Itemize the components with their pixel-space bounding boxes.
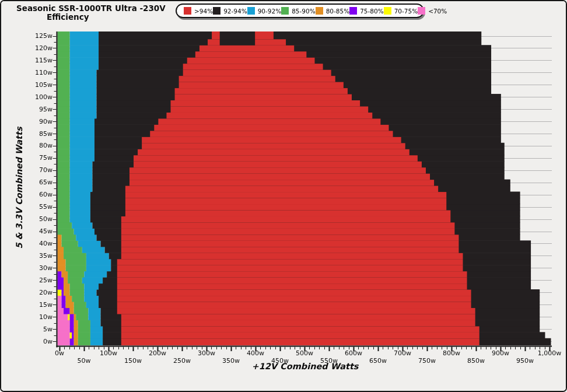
legend-label: 90-92%	[258, 8, 282, 15]
legend-label: 92-94%	[223, 8, 247, 15]
y-tick-label: 60w	[27, 191, 52, 198]
y-tick-label: 40w	[27, 240, 52, 247]
x-tick-label: 400w	[247, 349, 264, 357]
y-tick-label: 70w	[27, 166, 52, 174]
legend-swatch	[281, 7, 289, 15]
x-tick-label: 650w	[369, 357, 387, 365]
x-tick-label: 150w	[124, 357, 142, 365]
y-tick-label: 125w	[27, 32, 52, 40]
legend-label: 70-75%	[394, 8, 418, 15]
legend-item: >94%	[184, 7, 213, 15]
legend-item: 92-94%	[213, 7, 247, 15]
legend-swatch	[184, 7, 191, 15]
chart-title-line2: Efficiency	[16, 13, 166, 22]
legend-item: 75-80%	[349, 7, 384, 15]
y-tick-label: 95w	[27, 106, 52, 113]
x-tick-label: 50w	[78, 357, 91, 365]
x-tick-label: 750w	[418, 357, 436, 365]
x-tick-label: 600w	[345, 349, 362, 357]
y-tick-label: 25w	[27, 276, 52, 284]
x-tick-label: 100w	[100, 349, 117, 357]
legend-label: 75-80%	[360, 8, 384, 15]
x-tick-label: 700w	[394, 349, 411, 357]
y-tick-label: 85w	[27, 130, 52, 138]
legend-label: 80-85%	[326, 8, 350, 15]
x-tick-label: 250w	[173, 357, 191, 365]
legend-label: <70%	[428, 8, 447, 15]
x-tick-label: 850w	[467, 357, 485, 365]
y-axis-title: 5 & 3.3V Combined Watts	[15, 127, 24, 249]
legend-item: 80-85%	[316, 7, 350, 15]
x-tick-label: 0w	[55, 349, 64, 357]
legend-label: 85-90%	[292, 8, 316, 15]
x-axis-title: +12V Combined Watts	[252, 362, 359, 371]
legend-item: 90-92%	[247, 7, 282, 15]
legend-swatch	[384, 7, 391, 15]
y-tick-label: 20w	[27, 289, 52, 296]
x-tick-label: 950w	[516, 357, 534, 365]
chart-frame: Seasonic SSR-1000TR Ultra -230V Efficien…	[0, 0, 567, 392]
y-tick-label: 65w	[27, 178, 52, 186]
y-tick-label: 105w	[27, 81, 52, 89]
legend-swatch	[349, 7, 357, 15]
y-tick-label: 115w	[27, 57, 52, 64]
y-tick-label: 0w	[27, 338, 52, 345]
x-tick-label: 800w	[443, 349, 460, 357]
legend-item: 85-90%	[281, 7, 316, 15]
legend-label: >94%	[194, 8, 213, 15]
x-tick-label: 350w	[222, 357, 240, 365]
y-tick-label: 120w	[27, 44, 52, 52]
x-tick-label: 1,000w	[538, 349, 562, 357]
y-tick-label: 90w	[27, 118, 52, 125]
y-tick-label: 45w	[27, 228, 52, 235]
x-tick-label: 200w	[149, 349, 166, 357]
y-tick-label: 10w	[27, 313, 52, 321]
y-tick-label: 75w	[27, 154, 52, 162]
x-tick-label: 300w	[198, 349, 215, 357]
legend-swatch	[247, 7, 255, 15]
legend-item: 70-75%	[384, 7, 418, 15]
y-tick-label: 50w	[27, 215, 52, 223]
legend-item: <70%	[418, 7, 447, 15]
x-tick-label: 900w	[492, 349, 509, 357]
legend: >94%92-94%90-92%85-90%80-85%75-80%70-75%…	[176, 4, 424, 18]
y-tick-label: 35w	[27, 252, 52, 260]
y-tick-label: 5w	[27, 326, 52, 333]
legend-swatch	[316, 7, 323, 15]
chart-title: Seasonic SSR-1000TR Ultra -230V Efficien…	[16, 4, 166, 22]
efficiency-heatmap-canvas	[1, 1, 567, 392]
y-tick-label: 110w	[27, 69, 52, 76]
chart-title-line1: Seasonic SSR-1000TR Ultra -230V	[16, 4, 166, 13]
y-tick-label: 80w	[27, 142, 52, 149]
y-tick-label: 55w	[27, 203, 52, 211]
y-tick-label: 15w	[27, 301, 52, 309]
legend-swatch	[418, 7, 425, 15]
legend-swatch	[213, 7, 220, 15]
y-tick-label: 100w	[27, 93, 52, 101]
x-tick-label: 500w	[296, 349, 313, 357]
y-tick-label: 30w	[27, 264, 52, 272]
